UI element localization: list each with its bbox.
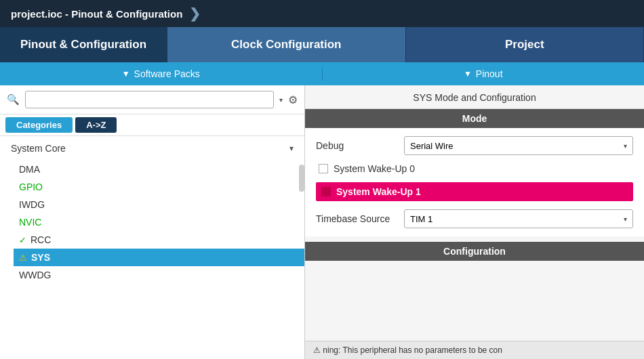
debug-row: Debug Serial Wire ▾	[316, 136, 633, 155]
tab-bar: Pinout & Configuration Clock Configurati…	[0, 27, 644, 62]
config-section-header: Configuration	[305, 242, 644, 261]
warning-bar: ⚠ ning: This peripheral has no parameter…	[305, 341, 644, 359]
timebase-select[interactable]: TIM 1 ▾	[404, 209, 633, 228]
search-bar: 🔍 ▾ ⚙	[0, 85, 304, 114]
title-bar: project.ioc - Pinout & Configuration ❯	[0, 0, 644, 27]
sys-mode-header: SYS Mode and Configuration	[305, 85, 644, 109]
wake-up-1-checkbox[interactable]	[321, 187, 331, 196]
tab-categories[interactable]: Categories	[5, 117, 73, 133]
sub-nav-pinout[interactable]: ▼ Pinout	[323, 62, 645, 85]
rcc-check-icon: ✓	[19, 235, 26, 245]
tab-pinout[interactable]: Pinout & Configuration	[0, 27, 167, 62]
wwdg-label: WWDG	[19, 270, 51, 280]
gear-icon[interactable]: ⚙	[288, 93, 298, 106]
iwdg-label: IWDG	[19, 199, 45, 210]
tab-clock[interactable]: Clock Configuration	[167, 27, 405, 62]
search-input[interactable]	[25, 91, 274, 108]
sidebar-scrollbar-thumb[interactable]	[299, 165, 304, 192]
sub-nav: ▼ Software Packs ▼ Pinout	[0, 62, 644, 85]
sidebar-item-sys[interactable]: ⚠ SYS	[14, 249, 304, 266]
search-dropdown-arrow: ▾	[279, 96, 283, 104]
wake-up-0-row: System Wake-Up 0	[316, 163, 633, 174]
main-layout: 🔍 ▾ ⚙ Categories A->Z System Core ▾	[0, 85, 644, 359]
sidebar-item-dma[interactable]: DMA	[14, 161, 304, 178]
right-panel-wrap: SYS Mode and Configuration Mode Debug Se…	[305, 85, 644, 359]
software-packs-arrow: ▼	[122, 69, 130, 79]
debug-select-arrow: ▾	[624, 142, 627, 150]
pinout-arrow: ▼	[464, 69, 472, 79]
search-icon: 🔍	[7, 93, 20, 106]
timebase-select-arrow: ▾	[624, 215, 627, 223]
wake-up-0-checkbox[interactable]	[319, 164, 328, 173]
right-panel: SYS Mode and Configuration Mode Debug Se…	[305, 85, 644, 359]
mode-content: Debug Serial Wire ▾ System Wake-Up 0	[305, 128, 644, 236]
title-chevron: ❯	[189, 5, 201, 22]
sys-label: SYS	[31, 252, 50, 263]
timebase-label: Timebase Source	[316, 213, 397, 224]
nvic-label: NVIC	[19, 217, 41, 228]
debug-select[interactable]: Serial Wire ▾	[404, 136, 633, 155]
category-tabs: Categories A->Z	[0, 114, 304, 136]
sidebar-item-nvic[interactable]: NVIC	[14, 213, 304, 231]
sidebar-item-wwdg[interactable]: WWDG	[14, 266, 304, 284]
wake-up-1-row: System Wake-Up 1	[316, 182, 633, 201]
nav-items: DMA GPIO IWDG NVIC ✓ RCC ⚠ SYS	[0, 158, 304, 287]
mode-section: Mode Debug Serial Wire ▾ System Wa	[305, 109, 644, 236]
mode-section-header: Mode	[305, 109, 644, 128]
left-panel: 🔍 ▾ ⚙ Categories A->Z System Core ▾	[0, 85, 305, 359]
timebase-row: Timebase Source TIM 1 ▾	[316, 209, 633, 228]
debug-label: Debug	[316, 140, 397, 151]
system-core-arrow: ▾	[289, 144, 294, 153]
sub-nav-software-packs[interactable]: ▼ Software Packs	[0, 62, 322, 85]
tab-a-z[interactable]: A->Z	[75, 117, 117, 133]
dma-label: DMA	[19, 164, 40, 175]
system-core-header[interactable]: System Core ▾	[0, 136, 304, 158]
sidebar-item-iwdg[interactable]: IWDG	[14, 196, 304, 213]
rcc-label: RCC	[31, 234, 51, 245]
sidebar-scroll: DMA GPIO IWDG NVIC ✓ RCC ⚠ SYS	[0, 158, 304, 359]
sidebar-item-rcc[interactable]: ✓ RCC	[14, 231, 304, 249]
config-section: Configuration	[305, 242, 644, 261]
wake-up-0-label: System Wake-Up 0	[334, 163, 415, 174]
sys-warn-icon: ⚠	[19, 253, 27, 263]
wake-up-1-label: System Wake-Up 1	[336, 186, 421, 197]
sidebar-item-gpio[interactable]: GPIO	[14, 178, 304, 196]
gpio-label: GPIO	[19, 182, 43, 192]
title-text: project.ioc - Pinout & Configuration	[11, 8, 182, 20]
tab-project[interactable]: Project	[406, 27, 644, 62]
